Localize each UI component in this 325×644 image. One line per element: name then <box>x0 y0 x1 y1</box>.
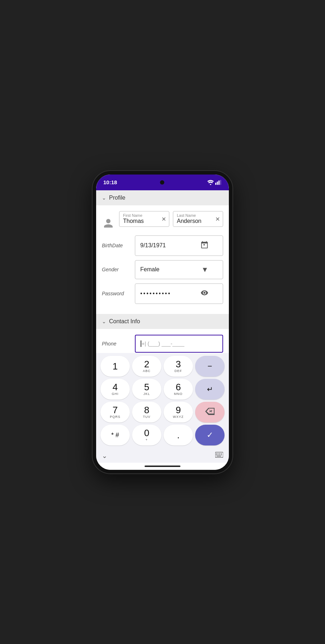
phone-label: Phone <box>102 341 131 347</box>
svg-rect-2 <box>217 181 218 185</box>
svg-rect-12 <box>217 454 218 455</box>
wifi-icon <box>207 180 214 185</box>
password-field[interactable]: •••••••••• <box>135 283 223 304</box>
numpad-row-4: * # 0 + . ✓ <box>99 425 226 445</box>
numpad-row-1: 1 2 ABC 3 DEF − <box>99 356 226 377</box>
birthdate-value: 9/13/1971 <box>140 242 166 249</box>
profile-collapse-icon: ⌄ <box>102 195 106 201</box>
gender-row: Gender Female ▼ <box>102 260 223 279</box>
last-name-label: Last Name <box>177 213 196 218</box>
bottom-chevron-icon[interactable]: ⌄ <box>102 452 107 460</box>
key-1[interactable]: 1 <box>100 356 130 377</box>
svg-rect-15 <box>217 456 221 457</box>
signal-icon <box>215 180 222 185</box>
last-name-field[interactable]: Last Name Anderson ✕ <box>173 211 223 227</box>
dropdown-icon: ▼ <box>201 266 208 274</box>
key-0[interactable]: 0 + <box>132 425 161 445</box>
svg-rect-1 <box>215 182 216 185</box>
first-name-value: Thomas <box>123 218 144 224</box>
cursor <box>141 340 141 347</box>
name-row: First Name Thomas ✕ Last Name Anderson ✕ <box>102 211 223 230</box>
camera-notch <box>160 180 164 185</box>
birthdate-label: BirthDate <box>102 243 131 248</box>
last-name-clear-button[interactable]: ✕ <box>215 215 220 222</box>
gender-value: Female <box>140 266 159 273</box>
password-row: Password •••••••••• <box>102 283 223 304</box>
home-indicator <box>96 463 229 470</box>
phone-row: Phone +| (___) ___-____ <box>102 335 223 353</box>
birthdate-field[interactable]: 9/13/1971 <box>135 235 223 256</box>
keyboard-icon[interactable] <box>215 452 223 459</box>
numpad: 1 2 ABC 3 DEF − 4 GHI 5 JKL <box>96 353 229 450</box>
bottom-bar: ⌄ <box>96 450 229 463</box>
key-enter[interactable]: ↵ <box>195 379 225 400</box>
first-name-field[interactable]: First Name Thomas ✕ <box>119 211 169 227</box>
phone-placeholder: +| (___) ___-____ <box>142 340 184 347</box>
svg-rect-4 <box>220 180 221 185</box>
svg-point-0 <box>210 184 211 185</box>
svg-rect-13 <box>219 454 220 455</box>
first-name-clear-button[interactable]: ✕ <box>161 215 166 222</box>
contact-section: Phone +| (___) ___-____ Email Neo@devexp… <box>96 329 229 353</box>
key-minus[interactable]: − <box>195 356 225 377</box>
last-name-value: Anderson <box>177 218 202 224</box>
phone-frame: 10:18 ⌄ Profile <box>93 171 232 473</box>
key-7[interactable]: 7 PQRS <box>100 402 130 423</box>
svg-rect-14 <box>221 454 222 455</box>
key-2[interactable]: 2 ABC <box>132 356 161 377</box>
key-6[interactable]: 6 MNO <box>164 379 193 400</box>
profile-section: First Name Thomas ✕ Last Name Anderson ✕ <box>96 205 229 314</box>
first-name-label: First Name <box>123 213 142 218</box>
svg-rect-10 <box>221 453 222 454</box>
key-8[interactable]: 8 TUV <box>132 402 161 423</box>
home-bar <box>145 466 180 467</box>
birthdate-row: BirthDate 9/13/1971 <box>102 235 223 256</box>
key-4[interactable]: 4 GHI <box>100 379 130 400</box>
profile-section-label: Profile <box>109 195 125 201</box>
password-value: •••••••••• <box>140 290 171 297</box>
status-icons <box>207 180 222 185</box>
gender-field[interactable]: Female ▼ <box>135 260 223 279</box>
scroll-content: ⌄ Profile First Name Thomas <box>96 190 229 353</box>
phone-field[interactable]: +| (___) ___-____ <box>135 335 223 353</box>
key-delete[interactable] <box>195 402 225 423</box>
gender-label: Gender <box>102 267 131 272</box>
contact-collapse-icon: ⌄ <box>102 319 106 324</box>
person-icon <box>103 218 114 229</box>
key-5[interactable]: 5 JKL <box>132 379 161 400</box>
calendar-icon <box>201 241 208 251</box>
svg-rect-3 <box>218 180 220 185</box>
svg-rect-5 <box>203 244 205 245</box>
status-bar: 10:18 <box>96 175 229 190</box>
key-3[interactable]: 3 DEF <box>164 356 193 377</box>
svg-rect-8 <box>217 453 218 454</box>
key-star-hash[interactable]: * # <box>100 425 130 445</box>
svg-rect-9 <box>219 453 220 454</box>
name-fields: First Name Thomas ✕ Last Name Anderson ✕ <box>119 211 223 227</box>
contact-section-label: Contact Info <box>109 318 140 325</box>
svg-rect-7 <box>216 453 217 454</box>
password-label: Password <box>102 291 131 296</box>
key-dot[interactable]: . <box>164 425 193 445</box>
contact-section-header[interactable]: ⌄ Contact Info <box>96 314 229 329</box>
profile-section-header[interactable]: ⌄ Profile <box>96 190 229 205</box>
numpad-row-2: 4 GHI 5 JKL 6 MNO ↵ <box>99 379 226 400</box>
key-confirm[interactable]: ✓ <box>195 425 225 445</box>
avatar-icon <box>102 217 115 230</box>
eye-icon[interactable] <box>201 289 208 299</box>
status-time: 10:18 <box>103 179 117 185</box>
numpad-row-3: 7 PQRS 8 TUV 9 WXYZ <box>99 402 226 423</box>
svg-rect-11 <box>216 454 217 455</box>
key-9[interactable]: 9 WXYZ <box>164 402 193 423</box>
